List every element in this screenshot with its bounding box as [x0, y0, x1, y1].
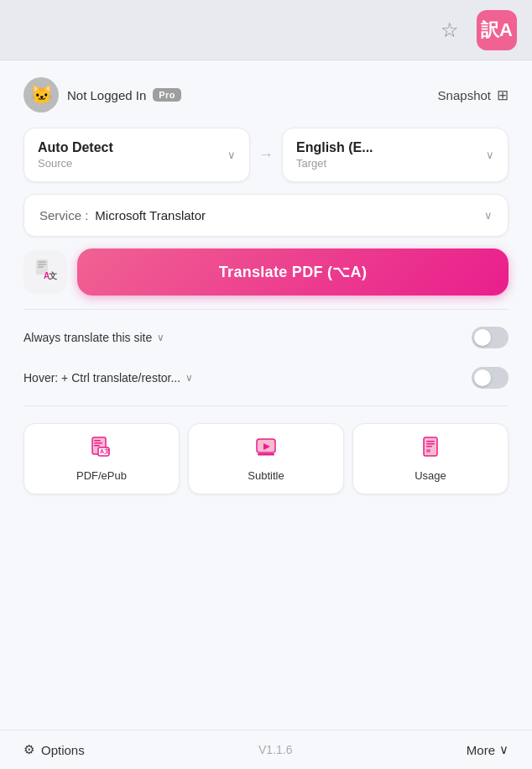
translate-icon-button[interactable]: 訳A — [477, 10, 517, 50]
svg-rect-8 — [94, 442, 102, 444]
more-button[interactable]: More ∨ — [467, 742, 509, 757]
svg-rect-18 — [426, 446, 432, 447]
main-panel: 🐱 Not Logged In Pro Snapshot ⊞ Auto Dete… — [0, 60, 532, 730]
svg-text:A文: A文 — [100, 447, 110, 454]
avatar-icon: 🐱 — [30, 84, 53, 106]
svg-text:文: 文 — [49, 271, 57, 280]
usage-card[interactable]: Usage — [352, 423, 509, 494]
svg-rect-7 — [94, 440, 101, 442]
divider-2 — [23, 405, 509, 406]
source-language-sub: Source — [38, 157, 113, 170]
svg-rect-14 — [258, 453, 274, 456]
service-left: Service : Microsoft Translator — [39, 208, 206, 222]
more-label: More — [467, 743, 495, 757]
header-row: 🐱 Not Logged In Pro Snapshot ⊞ — [23, 77, 509, 112]
svg-rect-16 — [426, 441, 435, 442]
translate-btn-label: Translate PDF (⌥A) — [219, 263, 367, 281]
options-label: Options — [41, 743, 85, 757]
not-logged-in-text: Not Logged In — [67, 88, 146, 102]
hover-translate-chevron[interactable]: ∨ — [185, 372, 193, 384]
pdf-epub-card[interactable]: A文 PDF/ePub — [23, 423, 180, 494]
pdf-epub-label: PDF/ePub — [76, 469, 127, 482]
always-translate-row: Always translate this site ∨ — [23, 323, 509, 352]
svg-rect-17 — [426, 443, 435, 445]
star-icon[interactable]: ☆ — [435, 15, 465, 45]
user-section: 🐱 Not Logged In Pro — [23, 77, 181, 112]
snapshot-label: Snapshot — [438, 88, 491, 102]
svg-rect-19 — [426, 449, 430, 453]
svg-rect-9 — [94, 445, 100, 447]
translate-row: A 文 Translate PDF (⌥A) — [23, 248, 509, 296]
user-info: Not Logged In Pro — [67, 88, 181, 102]
subtitle-icon — [255, 436, 277, 463]
pro-badge: Pro — [153, 88, 181, 102]
source-language-name: Auto Detect — [38, 140, 113, 155]
translate-pdf-button[interactable]: Translate PDF (⌥A) — [77, 248, 509, 296]
hover-translate-row: Hover: + Ctrl translate/restor... ∨ — [23, 364, 509, 392]
usage-label: Usage — [415, 469, 446, 482]
svg-rect-3 — [38, 266, 44, 268]
always-translate-chevron[interactable]: ∨ — [157, 332, 164, 343]
service-chevron-icon: ∨ — [484, 209, 493, 222]
always-translate-text: Always translate this site — [23, 331, 152, 344]
subtitle-label: Subtitle — [248, 469, 284, 482]
always-translate-label-group: Always translate this site ∨ — [23, 331, 164, 344]
always-translate-toggle[interactable] — [472, 327, 509, 348]
service-selector[interactable]: Service : Microsoft Translator ∨ — [23, 194, 509, 237]
options-button[interactable]: ⚙ Options — [23, 742, 85, 757]
version-text: V1.1.6 — [258, 743, 292, 756]
source-language-selector[interactable]: Auto Detect Source ∨ — [23, 128, 250, 182]
svg-rect-1 — [38, 261, 46, 263]
options-icon: ⚙ — [23, 742, 34, 757]
bottom-bar: ⚙ Options V1.1.6 More ∨ — [0, 730, 532, 769]
translate-icon-label: 訳A — [481, 18, 513, 43]
language-row: Auto Detect Source ∨ → English (E... Tar… — [23, 128, 509, 182]
cards-row: A文 PDF/ePub Subtitle — [23, 423, 509, 494]
snapshot-icon: ⊞ — [497, 86, 509, 104]
divider-1 — [23, 309, 509, 310]
source-chevron-icon: ∨ — [227, 149, 236, 161]
hover-translate-label-group: Hover: + Ctrl translate/restor... ∨ — [23, 371, 193, 384]
pdf-icon-glyph: A 文 — [34, 258, 57, 286]
service-name: Microsoft Translator — [95, 208, 206, 222]
avatar: 🐱 — [23, 77, 59, 112]
target-chevron-icon: ∨ — [486, 149, 494, 161]
service-label: Service : — [39, 208, 88, 222]
pdf-epub-icon: A文 — [91, 436, 112, 463]
hover-translate-text: Hover: + Ctrl translate/restor... — [23, 371, 180, 384]
target-language-selector[interactable]: English (E... Target ∨ — [282, 128, 509, 182]
snapshot-button[interactable]: Snapshot ⊞ — [438, 86, 509, 104]
more-chevron-icon: ∨ — [499, 742, 509, 757]
usage-icon — [420, 436, 441, 463]
translate-pdf-icon: A 文 — [23, 250, 67, 294]
target-language-name: English (E... — [296, 140, 373, 155]
subtitle-card[interactable]: Subtitle — [188, 423, 344, 494]
top-bar: ☆ 訳A — [0, 0, 532, 60]
target-language-sub: Target — [296, 157, 373, 170]
hover-translate-toggle[interactable] — [472, 367, 509, 389]
language-arrow-icon: → — [258, 146, 274, 164]
svg-rect-2 — [38, 264, 46, 265]
